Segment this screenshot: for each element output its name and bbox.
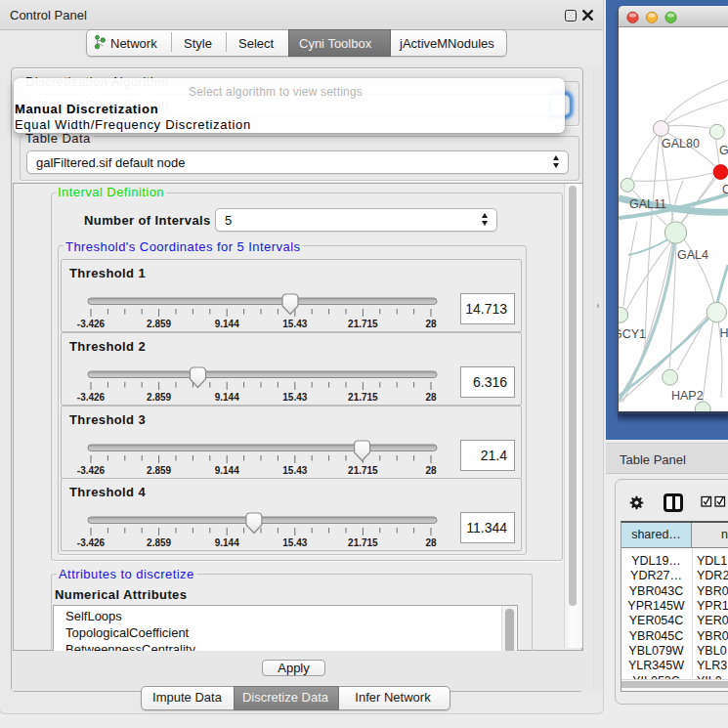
svg-text:21.715: 21.715 bbox=[348, 537, 378, 548]
svg-text:9.144: 9.144 bbox=[215, 319, 239, 329]
svg-text:G: G bbox=[719, 144, 728, 157]
svg-text:21.715: 21.715 bbox=[348, 319, 378, 329]
svg-text:GCY1: GCY1 bbox=[619, 327, 646, 341]
svg-text:2.859: 2.859 bbox=[147, 392, 171, 403]
svg-text:-3.426: -3.426 bbox=[77, 537, 106, 548]
svg-text:21.715: 21.715 bbox=[348, 392, 378, 403]
svg-text:H: H bbox=[720, 326, 728, 340]
svg-text:-3.426: -3.426 bbox=[77, 392, 106, 403]
svg-text:2.859: 2.859 bbox=[147, 537, 171, 548]
svg-text:9.144: 9.144 bbox=[215, 465, 239, 476]
svg-text:2.859: 2.859 bbox=[147, 319, 171, 329]
svg-text:15.43: 15.43 bbox=[282, 319, 307, 329]
svg-text:21.715: 21.715 bbox=[348, 465, 378, 476]
svg-text:2.859: 2.859 bbox=[147, 465, 171, 476]
svg-text:GAL4: GAL4 bbox=[677, 248, 708, 262]
svg-text:HAP2: HAP2 bbox=[671, 389, 704, 403]
svg-text:28: 28 bbox=[425, 319, 437, 329]
svg-text:15.43: 15.43 bbox=[282, 537, 307, 548]
svg-text:28: 28 bbox=[425, 465, 437, 476]
svg-text:GAL80: GAL80 bbox=[662, 137, 700, 150]
svg-text:GAL11: GAL11 bbox=[629, 197, 666, 211]
svg-text:28: 28 bbox=[425, 537, 437, 548]
svg-text:-3.426: -3.426 bbox=[77, 465, 106, 476]
svg-text:15.43: 15.43 bbox=[282, 392, 307, 403]
svg-text:9.144: 9.144 bbox=[215, 392, 239, 403]
svg-text:C: C bbox=[722, 183, 728, 196]
svg-text:-3.426: -3.426 bbox=[77, 319, 106, 329]
svg-text:15.43: 15.43 bbox=[282, 465, 307, 476]
svg-text:28: 28 bbox=[425, 392, 437, 403]
svg-text:9.144: 9.144 bbox=[215, 537, 239, 548]
